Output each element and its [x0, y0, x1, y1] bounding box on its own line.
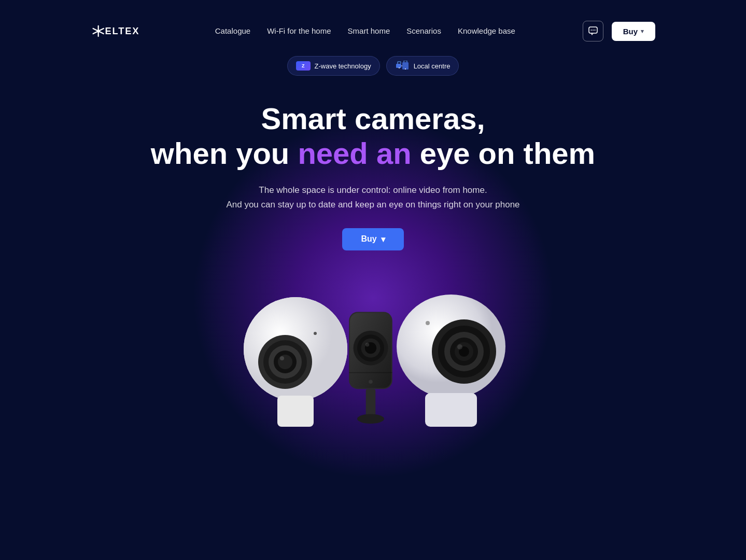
zwave-icon: Z	[296, 61, 311, 71]
chat-button[interactable]	[583, 21, 603, 41]
svg-rect-16	[277, 396, 314, 427]
svg-point-23	[314, 332, 317, 335]
svg-point-21	[278, 355, 292, 369]
hero-buy-button[interactable]: Buy ▾	[342, 228, 403, 250]
nav-item-wifi[interactable]: Wi-Fi for the home	[267, 26, 331, 36]
submenu: Z Z-wave technology Local centre	[0, 56, 746, 76]
chat-bubble-icon	[588, 26, 598, 36]
svg-point-44	[426, 321, 430, 325]
cameras-display	[0, 256, 746, 432]
eltex-logo-svg: ELTEX	[91, 22, 148, 40]
svg-point-31	[369, 380, 372, 383]
svg-point-33	[357, 414, 384, 424]
camera-right	[389, 271, 508, 432]
nav-item-smarthome[interactable]: Smart home	[348, 26, 390, 36]
nav-right: Buy ▾	[583, 21, 655, 41]
svg-point-13	[405, 68, 406, 69]
logo[interactable]: ELTEX	[91, 22, 148, 40]
nav-item-scenarios[interactable]: Scenarios	[406, 26, 441, 36]
nav-item-catalogue[interactable]: Catalogue	[215, 26, 250, 36]
svg-point-22	[280, 356, 284, 360]
hero-title-line2: when you need an eye on them	[151, 136, 595, 170]
svg-point-12	[399, 67, 400, 68]
svg-point-30	[365, 343, 369, 346]
camera-center	[337, 302, 404, 437]
nav-buy-button[interactable]: Buy ▾	[612, 22, 655, 41]
svg-point-6	[590, 30, 592, 31]
svg-rect-32	[365, 389, 375, 418]
hero-subtitle: The whole space is under control: online…	[0, 183, 746, 211]
svg-text:ELTEX: ELTEX	[105, 25, 140, 36]
nav-item-knowledge[interactable]: Knowledge base	[458, 26, 515, 36]
nav-links: Catalogue Wi-Fi for the home Smart home …	[215, 26, 515, 36]
svg-rect-36	[425, 393, 477, 427]
chevron-down-icon: ▾	[641, 28, 644, 35]
svg-point-7	[593, 30, 594, 31]
navbar: ELTEX Catalogue Wi-Fi for the home Smart…	[0, 0, 746, 52]
hero-title: Smart cameras, when you need an eye on t…	[0, 102, 746, 171]
hero-chevron-icon: ▾	[381, 234, 385, 244]
svg-point-8	[594, 30, 595, 31]
hero-section: Smart cameras, when you need an eye on t…	[0, 76, 746, 250]
zwave-pill[interactable]: Z Z-wave technology	[287, 56, 380, 76]
svg-point-43	[457, 344, 462, 349]
svg-rect-10	[402, 62, 409, 69]
camera-left	[238, 276, 353, 432]
local-centre-pill[interactable]: Local centre	[386, 56, 459, 76]
svg-rect-34	[349, 372, 392, 373]
local-centre-icon	[395, 61, 410, 71]
svg-rect-9	[396, 64, 401, 68]
